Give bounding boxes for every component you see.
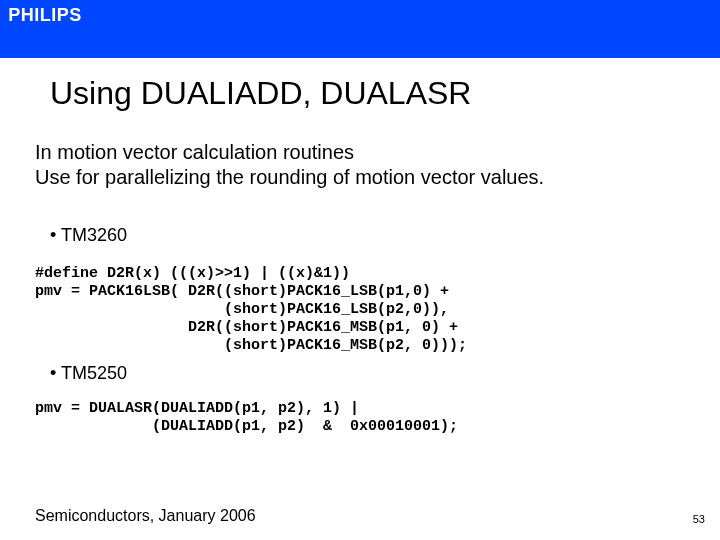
- code-block-tm5250: pmv = DUALASR(DUALIADD(p1, p2), 1) | (DU…: [35, 400, 458, 436]
- section-bullet-tm3260: • TM3260: [50, 225, 127, 246]
- intro-line-2: Use for parallelizing the rounding of mo…: [35, 165, 544, 190]
- footer-text: Semiconductors, January 2006: [35, 507, 256, 525]
- header-bar: PHILIPS: [0, 0, 720, 58]
- page-number: 53: [693, 513, 705, 525]
- intro-text: In motion vector calculation routines Us…: [35, 140, 544, 190]
- brand-logo: PHILIPS: [0, 0, 90, 30]
- code-block-tm3260: #define D2R(x) (((x)>>1) | ((x)&1)) pmv …: [35, 265, 467, 355]
- section-bullet-tm5250: • TM5250: [50, 363, 127, 384]
- page-title: Using DUALIADD, DUALASR: [50, 75, 471, 112]
- intro-line-1: In motion vector calculation routines: [35, 140, 544, 165]
